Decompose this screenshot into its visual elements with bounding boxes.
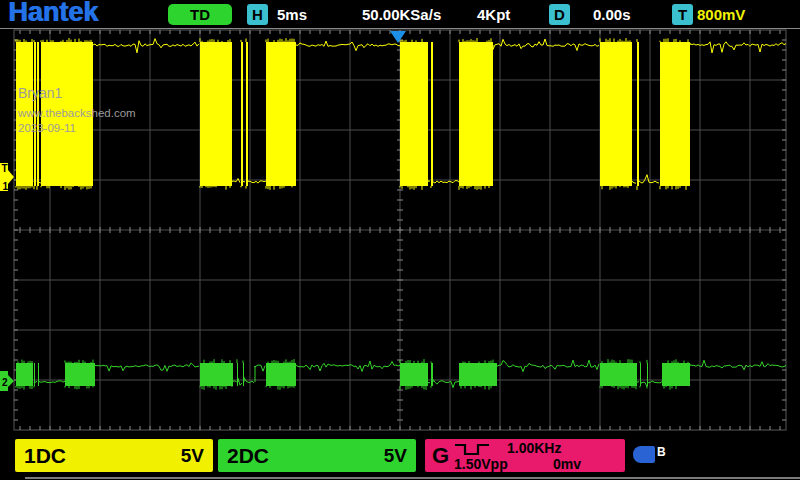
- footer-divider: [25, 477, 800, 479]
- oscilloscope-screen: Hantek TD H 5ms 50.00KSa/s 4Kpt D 0.00s …: [0, 0, 800, 480]
- generator-frequency: 1.00KHz: [507, 440, 561, 456]
- overlay-username: Bryan1: [18, 85, 62, 101]
- generator-label: G: [432, 439, 449, 472]
- usb-device-letter: B: [657, 445, 666, 459]
- generator-offset: 0mv: [553, 456, 581, 472]
- ch1-scale: 5V: [181, 445, 204, 467]
- overlay-date: 2023-09-11: [18, 122, 76, 134]
- waveform-display: T 1 2: [0, 0, 800, 480]
- waveform-traces: [16, 38, 786, 390]
- ch1-coupling-label: 1DC: [24, 444, 66, 468]
- ch1-level-marker[interactable]: T 1: [0, 163, 14, 192]
- ch2-badge[interactable]: 2DC 5V: [218, 439, 416, 472]
- generator-badge[interactable]: G 1.00KHz 1.50Vpp 0mv: [425, 439, 625, 472]
- overlay-website: www.thebackshed.com: [18, 107, 136, 119]
- square-wave-icon: [452, 442, 494, 457]
- ch1-badge[interactable]: 1DC 5V: [15, 439, 213, 472]
- ch2-coupling-label: 2DC: [227, 444, 269, 468]
- trace-path: [16, 359, 688, 390]
- usb-device-icon: [633, 446, 655, 463]
- generator-amplitude: 1.50Vpp: [454, 456, 508, 472]
- trigger-level-letter: T: [2, 163, 8, 174]
- ch2-number: 2: [2, 377, 8, 388]
- ch2-level-marker[interactable]: 2: [0, 371, 14, 391]
- ch2-scale: 5V: [384, 445, 407, 467]
- ch1-number: 1: [3, 181, 9, 192]
